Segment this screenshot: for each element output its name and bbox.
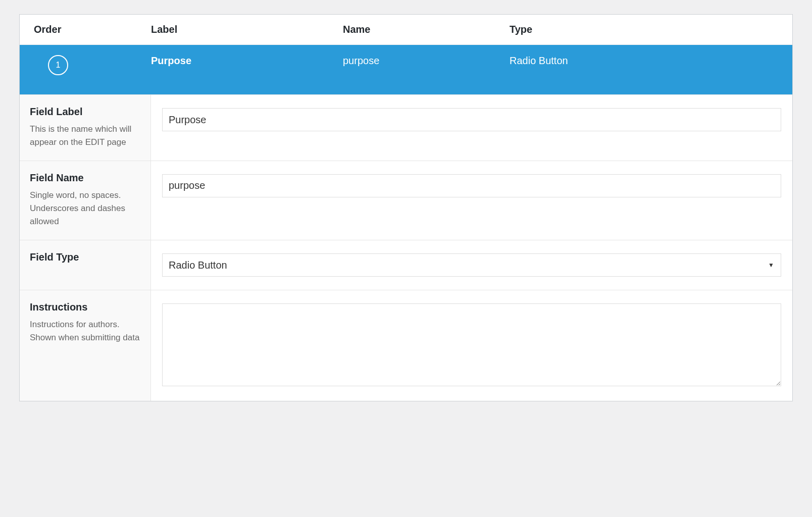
setting-input-area xyxy=(151,290,792,401)
setting-input-area xyxy=(151,161,792,240)
setting-description: This is the name which will appear on th… xyxy=(30,123,140,149)
column-header-type: Type xyxy=(510,24,792,35)
column-header-name: Name xyxy=(343,24,510,35)
setting-description: Instructions for authors. Shown when sub… xyxy=(30,318,140,345)
instructions-textarea[interactable] xyxy=(162,303,781,386)
field-type-cell: Radio Button xyxy=(510,55,792,67)
field-summary-row[interactable]: 1 Purpose purpose Radio Button xyxy=(20,45,792,94)
field-label-cell: Purpose xyxy=(151,55,343,67)
setting-row-field-type: Field Type Radio Button ▼ xyxy=(20,240,792,290)
setting-row-instructions: Instructions Instructions for authors. S… xyxy=(20,290,792,401)
select-wrapper: Radio Button ▼ xyxy=(162,253,781,277)
field-name-input[interactable] xyxy=(162,174,781,197)
setting-label-area: Field Name Single word, no spaces. Under… xyxy=(20,161,151,240)
setting-title: Field Type xyxy=(30,251,140,263)
setting-title: Field Name xyxy=(30,172,140,184)
setting-description: Single word, no spaces. Underscores and … xyxy=(30,189,140,229)
field-label-input[interactable] xyxy=(162,108,781,131)
order-badge: 1 xyxy=(48,55,68,75)
field-type-select[interactable]: Radio Button xyxy=(162,253,781,277)
setting-row-field-name: Field Name Single word, no spaces. Under… xyxy=(20,161,792,240)
field-order-cell: 1 xyxy=(20,55,151,75)
setting-title: Field Label xyxy=(30,106,140,118)
column-header-label: Label xyxy=(151,24,343,35)
setting-label-area: Instructions Instructions for authors. S… xyxy=(20,290,151,401)
setting-input-area: Radio Button ▼ xyxy=(151,240,792,290)
table-header-row: Order Label Name Type xyxy=(20,15,792,45)
column-header-order: Order xyxy=(20,24,151,35)
setting-label-area: Field Label This is the name which will … xyxy=(20,95,151,161)
field-table: Order Label Name Type 1 Purpose purpose … xyxy=(19,14,793,401)
setting-row-field-label: Field Label This is the name which will … xyxy=(20,94,792,161)
setting-title: Instructions xyxy=(30,301,140,313)
setting-label-area: Field Type xyxy=(20,240,151,290)
setting-input-area xyxy=(151,95,792,161)
field-name-cell: purpose xyxy=(343,55,510,67)
